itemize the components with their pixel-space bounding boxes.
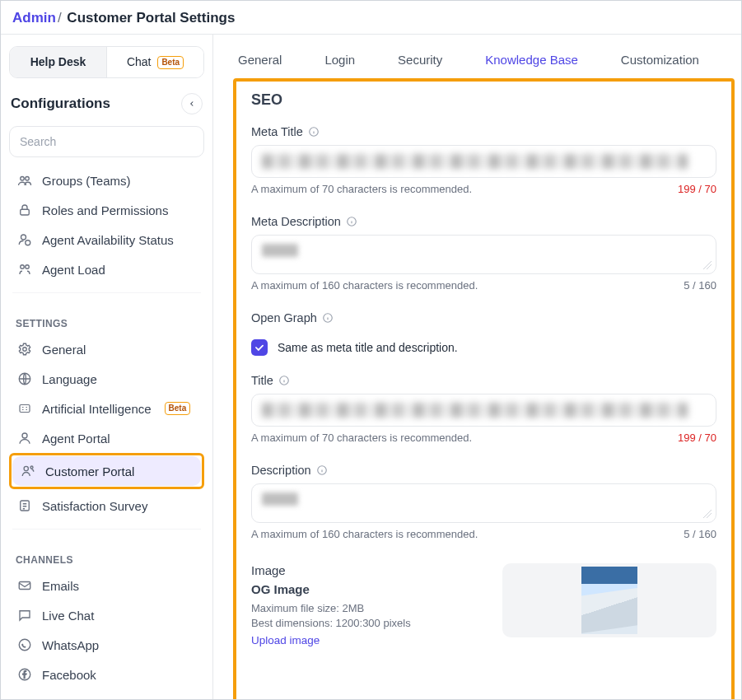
facebook-icon: [17, 667, 32, 682]
image-dimensions-hint: Best dimensions: 1200:300 pixels: [251, 616, 469, 631]
seg-chat-label: Chat: [127, 55, 152, 68]
og-description-hint: A maximum of 160 characters is recommend…: [251, 528, 478, 540]
svg-rect-2: [21, 209, 30, 215]
same-as-meta-label: Same as meta title and description.: [278, 341, 458, 354]
og-image-thumbnail: [581, 567, 637, 634]
sidebar-item-label: Agent Portal: [42, 432, 110, 446]
og-title-input[interactable]: [251, 394, 716, 427]
meta-description-textarea[interactable]: [251, 235, 716, 274]
svg-point-0: [21, 177, 25, 181]
redacted-content: [262, 403, 688, 418]
info-icon[interactable]: [278, 375, 290, 386]
same-as-meta-checkbox[interactable]: [251, 339, 268, 356]
tab-knowledge-base[interactable]: Knowledge Base: [483, 48, 580, 78]
meta-description-count: 5 / 160: [684, 279, 716, 292]
meta-description-hint: A maximum of 160 characters is recommend…: [251, 279, 478, 292]
sidebar-item-label: Roles and Permissions: [42, 203, 168, 217]
sidebar-item-ai[interactable]: Artificial Intelligence Beta: [9, 394, 204, 423]
svg-rect-9: [20, 405, 30, 413]
sidebar-item-label: WhatsApp: [42, 638, 99, 652]
breadcrumb: Admin/ Customer Portal Settings: [1, 1, 741, 35]
sidebar-item-emails[interactable]: Emails: [9, 571, 204, 600]
seo-section-highlight: SEO Meta Title A max: [233, 78, 735, 699]
svg-point-15: [19, 639, 30, 651]
beta-badge: Beta: [157, 56, 184, 69]
sidebar-item-customer-portal[interactable]: Customer Portal: [12, 456, 201, 486]
sidebar-item-label: General: [42, 343, 86, 357]
tab-general[interactable]: General: [236, 48, 283, 78]
sidebar-item-label: Language: [42, 372, 97, 386]
sidebar-item-language[interactable]: Language: [9, 364, 204, 394]
image-size-hint: Maximum file size: 2MB: [251, 601, 469, 616]
customer-icon: [21, 464, 35, 478]
load-icon: [17, 262, 32, 277]
upload-image-link[interactable]: Upload image: [251, 634, 320, 646]
og-image-section: Image OG Image Maximum file size: 2MB Be…: [251, 563, 716, 646]
svg-point-1: [26, 177, 30, 181]
sidebar-item-facebook[interactable]: Facebook: [9, 660, 204, 689]
beta-badge: Beta: [165, 402, 191, 415]
sidebar-item-label: Artificial Intelligence: [42, 402, 152, 416]
seg-help-desk[interactable]: Help Desk: [10, 47, 106, 77]
info-icon[interactable]: [346, 216, 357, 227]
og-description-textarea[interactable]: [251, 483, 716, 523]
svg-point-10: [22, 433, 27, 438]
svg-point-5: [21, 265, 25, 269]
redacted-content: [262, 492, 298, 506]
settings-tabs: General Login Security Knowledge Base Cu…: [213, 35, 741, 78]
meta-title-count: 199 / 70: [678, 183, 716, 195]
og-title-field: Title A maximum of 70 characters is reco…: [251, 374, 716, 444]
svg-point-3: [21, 235, 26, 240]
group-icon: [17, 173, 32, 188]
meta-description-field: Meta Description A maximum of 160 charac…: [251, 215, 716, 292]
customer-portal-highlight: Customer Portal: [9, 453, 204, 489]
breadcrumb-admin[interactable]: Admin: [12, 10, 56, 26]
svg-point-6: [26, 265, 30, 269]
svg-point-11: [24, 466, 28, 470]
sidebar-item-label: Facebook: [42, 668, 96, 682]
seo-section-title: SEO: [251, 91, 716, 109]
og-image-heading: OG Image: [251, 582, 469, 596]
sidebar-item-label: Agent Availability Status: [42, 233, 174, 247]
og-image-preview[interactable]: [502, 563, 716, 637]
globe-icon: [17, 371, 32, 386]
search-placeholder: Search: [20, 135, 56, 148]
agent-icon: [17, 431, 32, 446]
meta-title-input[interactable]: [251, 145, 716, 178]
survey-icon: [17, 498, 32, 513]
sidebar: Help Desk Chat Beta Configurations Searc…: [1, 35, 213, 699]
workspace-segmented-control: Help Desk Chat Beta: [9, 46, 204, 78]
info-icon[interactable]: [322, 312, 334, 324]
sidebar-item-label: Live Chat: [42, 609, 94, 623]
collapse-sidebar-button[interactable]: [181, 93, 203, 114]
sidebar-item-general[interactable]: General: [9, 334, 204, 364]
sidebar-item-agent-portal[interactable]: Agent Portal: [9, 423, 204, 453]
email-icon: [17, 578, 32, 593]
tab-security[interactable]: Security: [396, 48, 444, 78]
breadcrumb-page: Customer Portal Settings: [67, 10, 235, 26]
sidebar-item-label: Emails: [42, 579, 79, 593]
sidebar-item-satisfaction-survey[interactable]: Satisfaction Survey: [9, 491, 204, 520]
sidebar-item-agent-availability[interactable]: Agent Availability Status: [9, 225, 204, 254]
check-icon: [254, 342, 265, 353]
sidebar-item-agent-load[interactable]: Agent Load: [9, 254, 204, 284]
sidebar-item-label: Satisfaction Survey: [42, 499, 147, 513]
tab-customization[interactable]: Customization: [619, 48, 701, 78]
info-icon[interactable]: [316, 464, 328, 476]
sidebar-item-groups[interactable]: Groups (Teams): [9, 166, 204, 195]
tab-login[interactable]: Login: [323, 48, 357, 78]
sidebar-item-roles[interactable]: Roles and Permissions: [9, 195, 204, 225]
sidebar-item-live-chat[interactable]: Live Chat: [9, 600, 204, 630]
channels-heading: CHANNELS: [9, 538, 204, 571]
chevron-left-icon: [188, 100, 196, 108]
info-icon[interactable]: [308, 126, 320, 138]
sidebar-item-whatsapp[interactable]: WhatsApp: [9, 630, 204, 660]
search-input[interactable]: Search: [9, 126, 204, 157]
sidebar-item-label: Groups (Teams): [42, 174, 131, 188]
image-heading: Image: [251, 563, 469, 577]
sidebar-item-label: Customer Portal: [45, 464, 134, 478]
svg-rect-14: [19, 582, 30, 590]
seg-chat[interactable]: Chat Beta: [106, 47, 203, 77]
og-description-count: 5 / 160: [684, 528, 716, 540]
open-graph-label: Open Graph: [251, 311, 317, 324]
